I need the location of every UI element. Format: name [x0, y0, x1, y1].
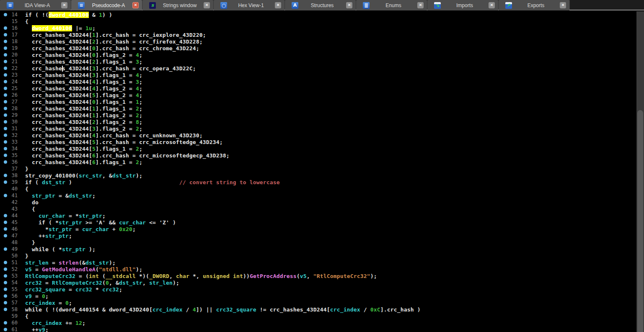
code-line[interactable]: 48 } [0, 239, 636, 246]
close-icon[interactable]: ✕ [346, 2, 352, 8]
code-line[interactable]: 52v5 = GetModuleHandleA("ntdll.dll"); [0, 266, 636, 273]
tab-ida-view-a[interactable]: ≡IDA View-A✕ [0, 0, 71, 10]
breakpoint-dot[interactable] [4, 328, 7, 331]
code-line[interactable]: 53RtlComputeCrc32 = (int (__stdcall *)(_… [0, 273, 636, 279]
breakpoint-dot[interactable] [4, 13, 7, 16]
breakpoint-dot[interactable] [4, 127, 7, 130]
breakpoint-gutter[interactable] [0, 299, 8, 306]
breakpoint-gutter[interactable] [0, 199, 8, 206]
breakpoint-dot[interactable] [4, 321, 7, 324]
code-line[interactable]: 47 ++str_ptr; [0, 232, 636, 239]
breakpoint-dot[interactable] [4, 227, 7, 231]
breakpoint-gutter[interactable] [0, 58, 8, 65]
code-line[interactable]: 25 crc_hashes_43D244[4].flags_2 = 4; [0, 85, 636, 92]
breakpoint-gutter[interactable] [0, 273, 8, 279]
breakpoint-gutter[interactable] [0, 18, 8, 25]
code-line[interactable]: 35 crc_hashes_43D244[6].crc_hash = crc_m… [0, 152, 636, 159]
breakpoint-gutter[interactable] [0, 179, 8, 185]
code-line[interactable]: 33 crc_hashes_43D244[5].crc_hash = crc_m… [0, 139, 636, 145]
breakpoint-gutter[interactable] [0, 192, 8, 199]
breakpoint-gutter[interactable] [0, 72, 8, 78]
breakpoint-gutter[interactable] [0, 172, 8, 179]
breakpoint-gutter[interactable] [0, 165, 8, 172]
close-icon[interactable]: ✕ [560, 2, 566, 8]
breakpoint-dot[interactable] [4, 261, 7, 264]
breakpoint-gutter[interactable] [0, 105, 8, 112]
breakpoint-gutter[interactable] [0, 152, 8, 159]
code-line[interactable]: 17 crc_hashes_43D244[1].crc_hash = crc_i… [0, 31, 636, 38]
breakpoint-dot[interactable] [4, 80, 7, 83]
breakpoint-gutter[interactable] [0, 286, 8, 293]
breakpoint-dot[interactable] [4, 100, 7, 103]
code-line[interactable]: 45 if ( *str_ptr >= 'A' && cur_char <= '… [0, 219, 636, 226]
code-line[interactable]: 38str_copy_401000(src_str, &dst_str); [0, 172, 636, 179]
code-line[interactable]: 46 *str_ptr = cur_char + 0x20; [0, 226, 636, 232]
code-line[interactable]: 39if ( dst_str ) // convert string to lo… [0, 179, 636, 185]
code-line[interactable]: 61 ++v9; [0, 326, 636, 332]
code-line[interactable]: 20 crc_hashes_43D244[0].flags_2 = 4; [0, 51, 636, 58]
breakpoint-dot[interactable] [4, 288, 7, 291]
pseudocode-view[interactable]: 14if ( !(dword_440100 & 1) )15{16 dword_… [0, 11, 636, 332]
code-line[interactable]: 36 crc_hashes_43D244[6].flags_1 = 2; [0, 159, 636, 165]
breakpoint-dot[interactable] [4, 46, 7, 50]
code-line[interactable]: 18 crc_hashes_43D244[2].crc_hash = crc_f… [0, 38, 636, 45]
close-icon[interactable]: ✕ [204, 2, 210, 8]
breakpoint-gutter[interactable] [0, 252, 8, 259]
code-line[interactable]: 40{ [0, 185, 636, 192]
code-line[interactable]: 31 crc_hashes_43D244[3].flags_2 = 2; [0, 125, 636, 132]
code-line[interactable]: 24 crc_hashes_43D244[4].flags_1 = 3; [0, 78, 636, 85]
code-line[interactable]: 51str_len = strlen(&dst_str); [0, 259, 636, 266]
breakpoint-gutter[interactable] [0, 132, 8, 139]
code-line[interactable]: 50} [0, 252, 636, 259]
breakpoint-dot[interactable] [4, 301, 7, 304]
code-line[interactable]: 16 dword_440100 |= 1u; [0, 25, 636, 31]
breakpoint-gutter[interactable] [0, 31, 8, 38]
breakpoint-dot[interactable] [4, 154, 7, 157]
breakpoint-gutter[interactable] [0, 232, 8, 239]
code-line[interactable]: 55crc32_square = crc32 * crc32; [0, 286, 636, 293]
breakpoint-dot[interactable] [4, 73, 7, 77]
code-line[interactable]: 57crc_index = 0; [0, 299, 636, 306]
breakpoint-gutter[interactable] [0, 279, 8, 286]
code-line[interactable]: 60 crc_index += 12; [0, 319, 636, 326]
breakpoint-gutter[interactable] [0, 38, 8, 45]
tab-enums[interactable]: ≣Enums✕ [356, 0, 427, 10]
breakpoint-gutter[interactable] [0, 92, 8, 98]
breakpoint-dot[interactable] [4, 221, 7, 224]
breakpoint-dot[interactable] [4, 33, 7, 36]
code-line[interactable]: 32 crc_hashes_43D244[4].crc_hash = crc_u… [0, 132, 636, 139]
breakpoint-gutter[interactable] [0, 313, 8, 319]
breakpoint-dot[interactable] [4, 134, 7, 137]
breakpoint-gutter[interactable] [0, 306, 8, 313]
close-icon[interactable]: ✕ [417, 2, 424, 8]
breakpoint-gutter[interactable] [0, 65, 8, 72]
breakpoint-dot[interactable] [4, 120, 7, 124]
breakpoint-gutter[interactable] [0, 185, 8, 192]
breakpoint-dot[interactable] [4, 40, 7, 43]
vertical-scrollbar[interactable] [636, 11, 644, 332]
breakpoint-gutter[interactable] [0, 326, 8, 332]
code-line[interactable]: 15{ [0, 18, 636, 25]
breakpoint-gutter[interactable] [0, 25, 8, 31]
code-line[interactable]: 37} [0, 165, 636, 172]
breakpoint-dot[interactable] [4, 294, 7, 298]
code-line[interactable]: 19 crc_hashes_43D244[0].crc_hash = crc_c… [0, 45, 636, 51]
breakpoint-dot[interactable] [4, 274, 7, 278]
code-line[interactable]: 58while ( !(dword_440154 & dword_43D240[… [0, 306, 636, 313]
breakpoint-gutter[interactable] [0, 145, 8, 152]
breakpoint-gutter[interactable] [0, 319, 8, 326]
code-line[interactable]: 26 crc_hashes_43D244[5].flags_2 = 4; [0, 92, 636, 98]
breakpoint-gutter[interactable] [0, 139, 8, 145]
tab-hex-view-1[interactable]: ○Hex View-1✕ [214, 0, 284, 10]
breakpoint-gutter[interactable] [0, 259, 8, 266]
breakpoint-dot[interactable] [4, 180, 7, 184]
tab-imports[interactable]: ↘Imports✕ [427, 0, 498, 10]
breakpoint-gutter[interactable] [0, 118, 8, 125]
breakpoint-gutter[interactable] [0, 51, 8, 58]
breakpoint-dot[interactable] [4, 93, 7, 97]
breakpoint-gutter[interactable] [0, 11, 8, 18]
tab-structures[interactable]: AStructures✕ [285, 0, 356, 10]
breakpoint-dot[interactable] [4, 247, 7, 251]
breakpoint-gutter[interactable] [0, 246, 8, 252]
code-line[interactable]: 54crc32 = RtlComputeCrc32(0, &dst_str, s… [0, 279, 636, 286]
